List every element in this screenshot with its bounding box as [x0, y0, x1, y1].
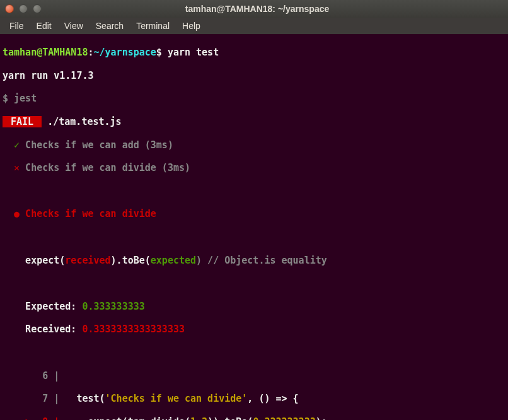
code-line-8-b: )).toBe( [207, 416, 253, 420]
code-line-8-a: expect(tam.divide( [65, 416, 190, 420]
code-line-7-gutter: 7 | [3, 393, 65, 404]
menu-file[interactable]: File [4, 19, 30, 33]
expected-value: 0.333333333 [82, 301, 144, 312]
expected-label: Expected: [3, 301, 82, 312]
x-icon: ✕ [14, 162, 20, 173]
expect-seg-a: expect( [3, 255, 65, 266]
menu-view[interactable]: View [59, 19, 89, 33]
minimize-icon[interactable] [19, 4, 28, 13]
fail-file: ./tam.test.js [42, 116, 121, 127]
fail-title: Checks if we can divide [20, 208, 156, 219]
menu-search[interactable]: Search [90, 19, 129, 33]
menu-edit[interactable]: Edit [31, 19, 57, 33]
pass-test-text: Checks if we can add (3ms) [20, 139, 173, 151]
yarn-run-line: yarn run v1.17.3 [3, 70, 505, 81]
menu-bar: File Edit View Search Terminal Help [0, 18, 508, 34]
maximize-icon[interactable] [33, 4, 42, 13]
jest-cmd-line: $ jest [3, 93, 505, 104]
code-line-8-c: ); [316, 416, 327, 420]
window-title: tamhan@TAMHAN18: ~/yarnspace [49, 4, 465, 14]
code-line-7-str: 'Checks if we can divide' [105, 393, 248, 404]
menu-terminal[interactable]: Terminal [130, 19, 175, 33]
code-line-8-marker: > 8 | [3, 416, 65, 420]
expect-seg-c: ) // Object.is equality [196, 255, 327, 266]
code-line-8-n2: 3 [202, 416, 207, 420]
menu-help[interactable]: Help [176, 19, 206, 33]
code-line-6: 6 | [3, 370, 505, 382]
check-icon: ✓ [14, 139, 20, 151]
expected-word: expected [151, 255, 196, 266]
terminal-output[interactable]: tamhan@TAMHAN18:~/yarnspace$ yarn test y… [0, 34, 508, 420]
expect-seg-b: ).toBe( [111, 255, 151, 266]
received-label: Received: [3, 324, 82, 335]
cmd-yarn-test: yarn test [168, 47, 219, 58]
code-line-8-n1: 1 [190, 416, 196, 420]
received-word: received [65, 255, 110, 266]
bullet-icon: ● [14, 208, 20, 219]
title-bar: tamhan@TAMHAN18: ~/yarnspace [0, 0, 508, 18]
fail-test-text: Checks if we can divide (3ms) [20, 162, 190, 173]
prompt-path: ~/yarnspace [94, 47, 156, 58]
prompt-dollar: $ [156, 47, 162, 58]
prompt-userhost: tamhan@TAMHAN18 [3, 47, 88, 58]
fail-badge: FAIL [3, 116, 42, 127]
window-controls [5, 4, 42, 13]
code-line-7-a: test( [65, 393, 105, 404]
code-line-8-comma: , [196, 416, 202, 420]
code-line-8-n3: 0.333333333 [253, 416, 315, 420]
code-line-7-b: , () => { [247, 393, 298, 404]
received-value: 0.3333333333333333 [82, 324, 185, 335]
close-icon[interactable] [5, 4, 14, 13]
prompt-sep: : [88, 47, 93, 58]
